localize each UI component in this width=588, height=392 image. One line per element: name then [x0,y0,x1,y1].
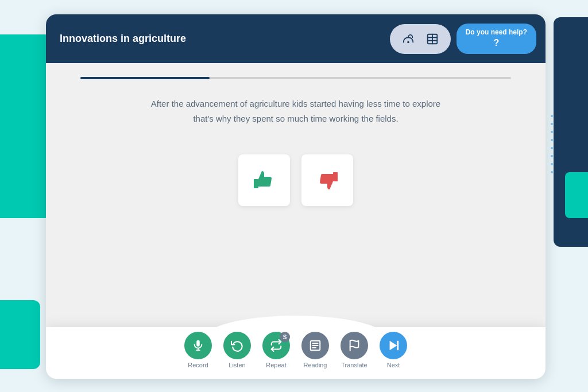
bottom-toolbar: Record Listen [46,327,546,379]
thumbs-up-icon [250,166,278,194]
svg-rect-5 [254,179,258,188]
page-title: Innovations in agriculture [60,33,186,45]
svg-marker-15 [390,341,397,351]
next-button[interactable] [380,332,407,359]
record-button[interactable] [184,332,212,359]
translate-button[interactable] [341,332,368,359]
thumbs-up-button[interactable] [238,154,290,206]
help-button[interactable]: Do you need help? ? [457,24,536,53]
translate-label: Translate [341,362,367,368]
svg-rect-7 [196,340,200,347]
svg-rect-16 [397,341,399,351]
accessibility-controls [390,24,451,54]
repeat-label: Repeat [266,362,286,368]
toolbar-item-reading[interactable]: Reading [301,332,329,368]
bg-teal-left [0,34,52,218]
thumbs-down-icon [314,166,341,194]
thumbs-down-button[interactable] [301,154,353,206]
reading-label: Reading [304,362,327,368]
next-label: Next [387,362,400,368]
book-button[interactable] [422,29,443,49]
toolbar-item-next[interactable]: Next [380,332,407,368]
record-label: Record [188,362,208,368]
card-header: Innovations in agriculture [46,14,546,63]
listen-button[interactable] [223,332,251,359]
listen-label: Listen [229,362,245,368]
bg-teal-bottom [0,300,40,369]
progress-container [80,77,511,79]
svg-point-0 [408,41,409,42]
progress-track [80,77,511,79]
toolbar-item-record[interactable]: Record [184,332,212,368]
toolbar-item-listen[interactable]: Listen [223,332,251,368]
toolbar-item-translate[interactable]: Translate [341,332,368,368]
reading-button[interactable] [301,332,329,359]
repeat-badge: S [280,332,290,342]
svg-rect-6 [333,172,338,181]
passage-text: After the advancement of agriculture kid… [146,96,445,126]
toolbar-item-repeat[interactable]: S Repeat [262,332,290,368]
main-card: Innovations in agriculture [46,14,546,379]
answer-buttons [238,154,353,206]
ear-button[interactable] [398,29,419,49]
card-body: After the advancement of agriculture kid… [46,63,546,252]
progress-fill [80,77,210,79]
header-controls: Do you need help? ? [390,14,546,63]
bg-teal-right [565,172,588,218]
